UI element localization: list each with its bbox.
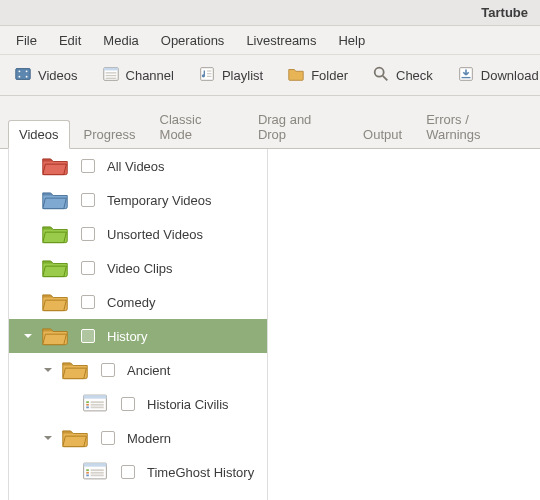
tree-row[interactable]: Modern — [9, 421, 267, 455]
folder-icon — [41, 324, 69, 349]
tree-row-label: TimeGhost History — [147, 465, 254, 480]
tree-row[interactable]: Ancient — [9, 353, 267, 387]
svg-rect-34 — [91, 474, 104, 476]
expander-placeholder — [21, 227, 35, 241]
tab-drag-and-drop[interactable]: Drag and Drop — [248, 106, 349, 148]
menu-operations[interactable]: Operations — [151, 29, 235, 52]
tree-row[interactable]: TimeGhost History — [9, 455, 267, 489]
expander-icon[interactable] — [41, 431, 55, 445]
expander-placeholder — [21, 159, 35, 173]
tab-progress[interactable]: Progress — [74, 121, 146, 148]
tree-row[interactable]: All Videos — [9, 149, 267, 183]
toolbar-label: Download — [481, 68, 539, 83]
svg-rect-22 — [86, 403, 89, 405]
folder-icon — [61, 358, 89, 383]
svg-rect-12 — [207, 70, 212, 71]
svg-point-1 — [19, 70, 21, 72]
svg-rect-30 — [86, 471, 89, 473]
svg-rect-26 — [91, 406, 104, 408]
svg-rect-25 — [91, 403, 104, 405]
folder-icon — [41, 290, 69, 315]
svg-rect-29 — [86, 469, 89, 471]
toolbar-playlist-button[interactable]: Playlist — [192, 61, 269, 90]
menu-help[interactable]: Help — [328, 29, 375, 52]
row-checkbox[interactable] — [81, 329, 95, 343]
download-icon — [457, 65, 475, 86]
expander-placeholder — [21, 261, 35, 275]
menu-file[interactable]: File — [6, 29, 47, 52]
svg-rect-20 — [84, 395, 107, 399]
tree-row-label: Video Clips — [107, 261, 173, 276]
tab-videos[interactable]: Videos — [8, 120, 70, 149]
row-checkbox[interactable] — [121, 397, 135, 411]
toolbar-label: Folder — [311, 68, 348, 83]
svg-rect-9 — [105, 77, 116, 78]
sidebar-tree: All Videos Temporary Videos Unsorted Vid… — [8, 149, 268, 500]
row-checkbox[interactable] — [101, 363, 115, 377]
tree-row-label: Ancient — [127, 363, 170, 378]
toolbar-check-button[interactable]: Check — [366, 61, 439, 90]
svg-rect-8 — [105, 74, 116, 75]
tab-errors-warnings[interactable]: Errors / Warnings — [416, 106, 532, 148]
row-checkbox[interactable] — [101, 431, 115, 445]
svg-point-3 — [26, 70, 28, 72]
toolbar-folder-button[interactable]: Folder — [281, 61, 354, 90]
toolbar: VideosChannelPlaylistFolderCheckDownload — [0, 54, 540, 96]
expander-placeholder — [21, 295, 35, 309]
row-checkbox[interactable] — [121, 465, 135, 479]
expander-icon[interactable] — [41, 363, 55, 377]
tree-row[interactable]: Comedy — [9, 285, 267, 319]
svg-rect-32 — [91, 469, 104, 471]
tab-classic-mode[interactable]: Classic Mode — [150, 106, 244, 148]
tree-row-label: Historia Civilis — [147, 397, 229, 412]
tree-row-label: All Videos — [107, 159, 165, 174]
expander-placeholder — [61, 397, 75, 411]
tree-row-label: Unsorted Videos — [107, 227, 203, 242]
row-checkbox[interactable] — [81, 227, 95, 241]
svg-rect-28 — [84, 463, 107, 467]
tree-row[interactable]: Historia Civilis — [9, 387, 267, 421]
svg-rect-14 — [207, 75, 212, 76]
folder-icon — [41, 256, 69, 281]
row-checkbox[interactable] — [81, 295, 95, 309]
svg-point-2 — [19, 75, 21, 77]
channel-icon — [81, 392, 109, 417]
videos-icon — [14, 65, 32, 86]
tree-row[interactable]: History — [9, 319, 267, 353]
folder-icon — [287, 65, 305, 86]
titlebar: Tartube — [0, 0, 540, 26]
tree-row[interactable]: Video Clips — [9, 251, 267, 285]
row-checkbox[interactable] — [81, 193, 95, 207]
expander-icon[interactable] — [21, 329, 35, 343]
expander-placeholder — [21, 193, 35, 207]
toolbar-label: Check — [396, 68, 433, 83]
check-icon — [372, 65, 390, 86]
channel-icon — [81, 460, 109, 485]
row-checkbox[interactable] — [81, 261, 95, 275]
toolbar-channel-button[interactable]: Channel — [96, 61, 180, 90]
folder-icon — [41, 188, 69, 213]
toolbar-label: Playlist — [222, 68, 263, 83]
playlist-icon — [198, 65, 216, 86]
tree-row[interactable]: Temporary Videos — [9, 183, 267, 217]
toolbar-download-button[interactable]: Download — [451, 61, 540, 90]
toolbar-videos-button[interactable]: Videos — [8, 61, 84, 90]
svg-rect-6 — [103, 67, 117, 70]
row-checkbox[interactable] — [81, 159, 95, 173]
tabbar: VideosProgressClassic ModeDrag and DropO… — [0, 96, 540, 149]
svg-rect-21 — [86, 401, 89, 403]
tree-row-label: Modern — [127, 431, 171, 446]
menu-media[interactable]: Media — [93, 29, 148, 52]
svg-rect-31 — [86, 474, 89, 476]
svg-point-15 — [375, 67, 384, 76]
svg-rect-23 — [86, 406, 89, 408]
tree-row[interactable]: Unsorted Videos — [9, 217, 267, 251]
tab-output[interactable]: Output — [353, 121, 412, 148]
svg-rect-7 — [105, 72, 116, 73]
folder-icon — [41, 222, 69, 247]
menu-edit[interactable]: Edit — [49, 29, 91, 52]
menu-livestreams[interactable]: Livestreams — [236, 29, 326, 52]
folder-icon — [61, 426, 89, 451]
folder-icon — [41, 154, 69, 179]
channel-icon — [102, 65, 120, 86]
